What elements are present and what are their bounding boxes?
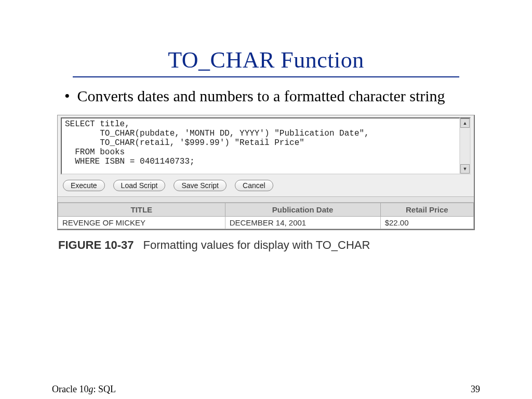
bullet-item: Converts dates and numbers to a formatte… [64, 87, 476, 105]
figure-label: FIGURE 10-37 [58, 238, 134, 251]
save-script-button[interactable]: Save Script [174, 180, 227, 191]
footer-page: 39 [471, 384, 480, 395]
button-row: Execute Load Script Save Script Cancel [58, 178, 474, 196]
scroll-down-icon[interactable]: ▼ [460, 164, 470, 174]
cell-retail: $22.00 [380, 217, 473, 229]
cell-pubdate: DECEMBER 14, 2001 [225, 217, 380, 229]
sql-textarea[interactable]: SELECT title, TO_CHAR(pubdate, 'MONTH DD… [61, 117, 460, 175]
figure-text: Formatting values for display with TO_CH… [143, 238, 370, 251]
scrollbar[interactable]: ▲ ▼ [460, 117, 471, 175]
col-title: TITLE [58, 203, 225, 217]
sql-panel: SELECT title, TO_CHAR(pubdate, 'MONTH DD… [57, 115, 475, 230]
cell-title: REVENGE OF MICKEY [58, 217, 225, 229]
panel-divider [58, 196, 474, 203]
load-script-button[interactable]: Load Script [113, 180, 166, 191]
scroll-up-icon[interactable]: ▲ [460, 118, 470, 128]
slide-title: TO_CHAR Function [52, 47, 480, 73]
cancel-button[interactable]: Cancel [235, 180, 273, 191]
figure-caption: FIGURE 10-37Formatting values for displa… [58, 238, 474, 252]
col-retail: Retail Price [380, 203, 473, 217]
bullet-list: Converts dates and numbers to a formatte… [64, 87, 476, 105]
result-table: TITLE Publication Date Retail Price REVE… [58, 203, 474, 229]
table-row: REVENGE OF MICKEY DECEMBER 14, 2001 $22.… [58, 217, 474, 229]
col-pubdate: Publication Date [225, 203, 380, 217]
table-header-row: TITLE Publication Date Retail Price [58, 203, 474, 217]
footer-source: Oracle 10g: SQL [52, 384, 116, 395]
execute-button[interactable]: Execute [63, 180, 105, 191]
title-rule [73, 76, 459, 77]
